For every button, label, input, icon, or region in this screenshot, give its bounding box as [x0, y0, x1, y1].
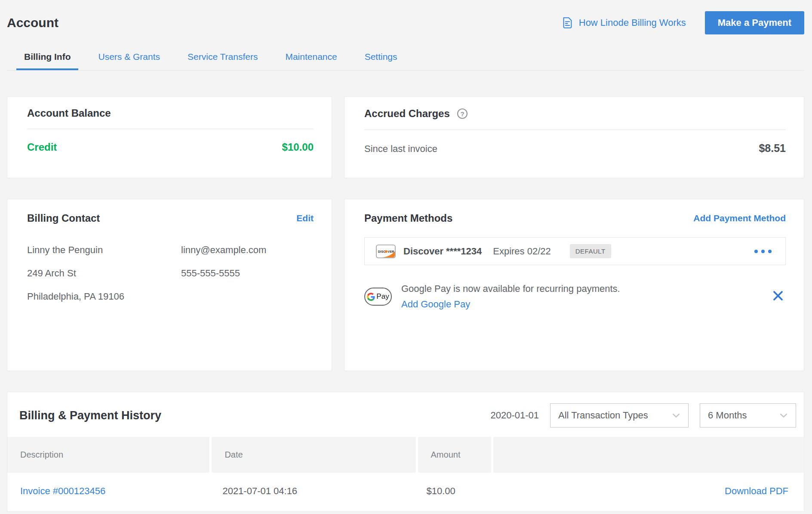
- column-actions: [493, 437, 804, 473]
- transaction-type-select[interactable]: All Transaction Types: [550, 403, 689, 427]
- accrued-amount: $8.51: [759, 142, 786, 155]
- card-label: Discover ****1234: [403, 246, 482, 257]
- contact-phone: 555-555-5555: [181, 267, 266, 279]
- history-table-header: Description Date Amount: [7, 437, 804, 473]
- payment-method-row: DISC VER Discover ****1234 Expires 02/22…: [364, 237, 786, 265]
- cards-grid: Account Balance Credit $10.00 Accrued Ch…: [7, 96, 804, 371]
- date-range-value: 6 Months: [708, 410, 747, 421]
- tab-billing-info[interactable]: Billing Info: [16, 47, 78, 70]
- accrued-charges-card: Accrued Charges ? Since last invoice $8.…: [344, 96, 804, 178]
- account-balance-card: Account Balance Credit $10.00: [7, 96, 332, 178]
- billing-page: Account How Linode Billing Works Make a …: [0, 0, 812, 512]
- accrued-charges-title: Accrued Charges: [364, 108, 450, 120]
- column-description: Description: [7, 437, 209, 473]
- billing-history-section: Billing & Payment History 2020-01-01 All…: [7, 392, 804, 512]
- header-actions: How Linode Billing Works Make a Payment: [561, 11, 804, 34]
- invoice-amount: $10.00: [414, 473, 487, 511]
- chevron-down-icon: [672, 413, 680, 418]
- invoice-date: 2021-07-01 04:16: [209, 473, 413, 511]
- close-icon[interactable]: [770, 288, 786, 305]
- edit-billing-contact-link[interactable]: Edit: [296, 213, 314, 223]
- contact-address2: Philadelphia, PA 19106: [27, 291, 181, 303]
- add-google-pay-link[interactable]: Add Google Pay: [401, 299, 470, 310]
- date-range-select[interactable]: 6 Months: [700, 403, 796, 427]
- gpay-pay-word: Pay: [376, 292, 389, 301]
- how-billing-works-label: How Linode Billing Works: [579, 17, 686, 28]
- chevron-down-icon: [779, 413, 788, 418]
- credit-label: Credit: [27, 141, 57, 153]
- discover-card-icon: DISC VER: [376, 245, 396, 258]
- contact-address1: 249 Arch St: [27, 267, 181, 279]
- make-payment-button[interactable]: Make a Payment: [705, 11, 804, 34]
- invoice-link[interactable]: Invoice #000123456: [20, 486, 105, 496]
- divider: [27, 129, 314, 129]
- tab-service-transfers[interactable]: Service Transfers: [180, 47, 265, 70]
- google-pay-icon: Pay: [364, 288, 392, 306]
- payment-methods-card: Payment Methods Add Payment Method DISC …: [344, 199, 804, 371]
- page-title: Account: [7, 15, 58, 30]
- table-row: Invoice #000123456 2021-07-01 04:16 $10.…: [7, 473, 804, 511]
- billing-history-title: Billing & Payment History: [19, 409, 161, 422]
- account-tabs: Billing Info Users & Grants Service Tran…: [7, 47, 804, 71]
- contact-email: linny@example.com: [181, 244, 266, 256]
- account-balance-title: Account Balance: [27, 107, 314, 119]
- download-pdf-link[interactable]: Download PDF: [725, 486, 788, 496]
- default-badge: DEFAULT: [570, 244, 611, 258]
- svg-text:DISC: DISC: [378, 250, 386, 253]
- payment-methods-title: Payment Methods: [364, 212, 452, 224]
- history-start-date: 2020-01-01: [490, 410, 539, 421]
- card-expiry: Expires 02/22: [493, 246, 551, 257]
- add-payment-method-link[interactable]: Add Payment Method: [693, 213, 786, 223]
- contact-name: Linny the Penguin: [27, 244, 181, 256]
- google-pay-notice: Pay Google Pay is now available for recu…: [364, 283, 786, 310]
- billing-contact-card: Billing Contact Edit Linny the Penguin 2…: [7, 199, 332, 371]
- gpay-notice-text: Google Pay is now available for recurrin…: [401, 283, 620, 294]
- history-filters: 2020-01-01 All Transaction Types 6 Month…: [490, 403, 796, 427]
- column-date: Date: [212, 437, 415, 473]
- document-icon: [561, 16, 574, 30]
- billing-contact-title: Billing Contact: [27, 212, 100, 224]
- tab-users-grants[interactable]: Users & Grants: [90, 47, 168, 70]
- tab-settings[interactable]: Settings: [357, 47, 405, 70]
- how-billing-works-link[interactable]: How Linode Billing Works: [561, 16, 686, 30]
- svg-text:VER: VER: [388, 250, 394, 253]
- page-header: Account How Linode Billing Works Make a …: [7, 11, 804, 34]
- more-options-icon[interactable]: [752, 247, 774, 256]
- column-amount: Amount: [418, 437, 491, 473]
- since-last-invoice-label: Since last invoice: [364, 143, 437, 155]
- divider: [364, 130, 786, 130]
- transaction-type-value: All Transaction Types: [558, 410, 648, 421]
- credit-amount: $10.00: [282, 141, 314, 153]
- svg-text:?: ?: [460, 110, 464, 118]
- help-icon[interactable]: ?: [456, 107, 469, 120]
- tab-maintenance[interactable]: Maintenance: [277, 47, 344, 70]
